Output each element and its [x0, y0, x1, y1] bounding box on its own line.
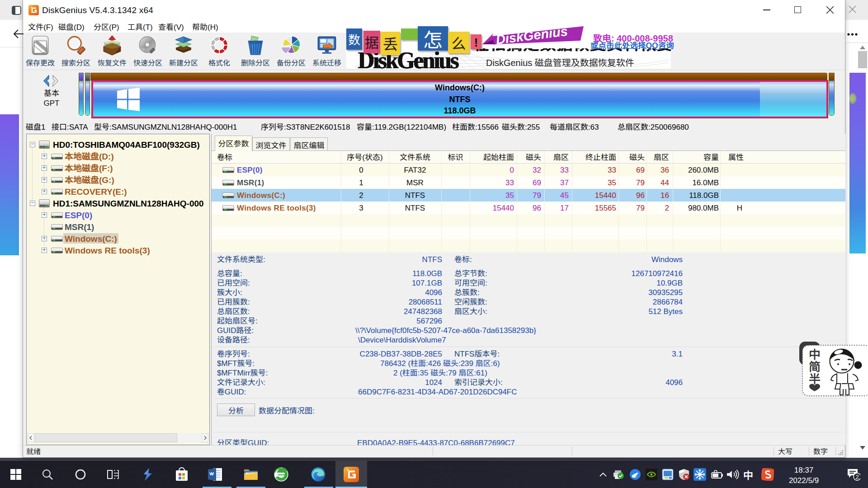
svg-text:2: 2: [855, 472, 859, 481]
svg-text:半: 半: [809, 370, 821, 386]
svg-text:DiskGenius: DiskGenius: [495, 26, 568, 48]
